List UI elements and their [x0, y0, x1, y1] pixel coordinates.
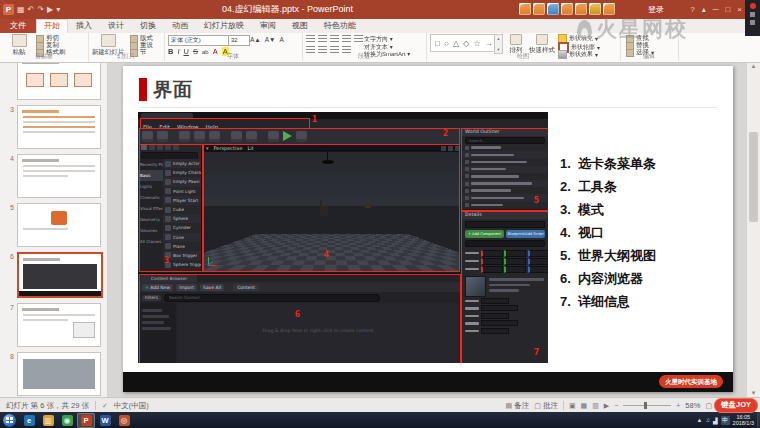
volume-icon[interactable]: ♫ — [705, 417, 710, 423]
capture-addon-icon[interactable] — [533, 3, 545, 15]
ue-place-item-cone[interactable]: Cone — [163, 233, 201, 242]
ue-category-cinematic[interactable]: Cinematic — [138, 192, 163, 203]
slide-thumbnail-image[interactable] — [17, 105, 101, 149]
filters-button[interactable]: Filters — [142, 295, 161, 301]
ue-place-item-sphere[interactable]: Sphere — [163, 214, 201, 223]
axis-value-z[interactable] — [528, 250, 549, 257]
viewport-icon[interactable] — [448, 146, 453, 151]
media-player-icon[interactable]: ◉ — [58, 413, 76, 428]
ue-viewport[interactable]: ▾PerspectiveLit — [202, 144, 460, 271]
app-icon[interactable]: P — [3, 4, 14, 15]
viewport-lit[interactable]: Lit — [247, 145, 253, 151]
capture-addon-icon[interactable] — [575, 3, 587, 15]
restore-icon[interactable]: □ — [725, 5, 730, 14]
axis-value-y[interactable] — [504, 250, 526, 257]
zoom-in-icon[interactable]: + — [676, 402, 680, 409]
ue-place-item-player-start[interactable]: Player Start — [163, 196, 201, 205]
slide-sorter-icon[interactable]: ▦ — [581, 402, 588, 410]
ue-place-item-plane[interactable]: Plane — [163, 242, 201, 251]
word-icon[interactable]: W — [96, 413, 114, 428]
outliner-row[interactable] — [462, 158, 548, 165]
slide-thumbnail-7[interactable]: 7 — [2, 303, 103, 347]
add-script-button[interactable]: Blueprint/Add Script — [506, 230, 545, 238]
slide-thumbnail-image[interactable] — [17, 352, 101, 396]
outliner-row[interactable] — [462, 166, 548, 173]
save-all-button[interactable]: Save All — [200, 284, 224, 291]
ue-toolbar-marketplace[interactable] — [194, 131, 205, 142]
ribbon-display-icon[interactable]: ▴ — [702, 5, 706, 14]
zoom-percent[interactable]: 58% — [685, 401, 700, 410]
vertical-scrollbar[interactable]: ▲ ▼ — [746, 62, 760, 397]
slideshow-icon[interactable]: ▶ — [47, 0, 53, 19]
slide-thumbnail-4[interactable]: 4 — [2, 154, 103, 198]
folder-icon[interactable]: ▥ — [39, 413, 57, 428]
slide-thumbnail-3[interactable]: 3 — [2, 105, 103, 149]
paint-mode-icon[interactable] — [149, 145, 155, 150]
slide-thumbnail-image[interactable] — [17, 154, 101, 198]
asset-area[interactable]: Drag & drop here or right click to creat… — [177, 303, 459, 363]
ue-toolbar-content[interactable] — [179, 131, 190, 142]
pause-icon[interactable] — [750, 20, 755, 25]
ue-category-all-classes[interactable]: All Classes — [138, 236, 163, 247]
ribbon-tab-tab6[interactable]: 审阅 — [252, 19, 284, 33]
ue-place-item-empty-pawn[interactable]: Empty Pawn — [163, 177, 201, 186]
outliner-search-input[interactable]: Search... — [465, 137, 545, 144]
ue-category-recently-placed[interactable]: Recently Placed — [138, 159, 163, 170]
ue-toolbar-build[interactable] — [268, 131, 279, 142]
ie-icon[interactable]: e — [20, 413, 38, 428]
ue-place-item-point-light[interactable]: Point Light — [163, 187, 201, 196]
axis-value-z[interactable] — [528, 258, 549, 265]
capture-addon-icon[interactable] — [519, 3, 531, 15]
qat-menu-icon[interactable]: ▾ — [56, 0, 60, 19]
outliner-row[interactable] — [462, 151, 548, 158]
ribbon-tab-tab0[interactable]: 开始 — [36, 19, 68, 33]
add-component-button[interactable]: + Add Component — [465, 230, 504, 238]
font-size-select[interactable]: 32 — [228, 35, 250, 46]
viewport-perspective[interactable]: Perspective — [214, 145, 243, 151]
slide[interactable]: 界面 FileEditWindowHelp Recently PlacedBas… — [123, 66, 733, 392]
mesh-thumbnail[interactable] — [465, 276, 486, 297]
ue-toolbar-source-control[interactable] — [157, 131, 168, 142]
ribbon-tab-tab7[interactable]: 视图 — [284, 19, 316, 33]
ue-place-item-cube[interactable]: Cube — [163, 205, 201, 214]
details-search-input[interactable] — [465, 240, 545, 247]
axis-value-y[interactable] — [504, 266, 526, 273]
axis-value-x[interactable] — [481, 250, 503, 257]
slide-thumbnail-image[interactable] — [17, 62, 101, 100]
content-browser-tab[interactable]: Content Browser — [141, 275, 197, 282]
capture-addon-icon[interactable] — [547, 3, 559, 15]
notes-button[interactable]: ▤ 备注 — [505, 401, 529, 411]
ue-toolbar-cinematics[interactable] — [246, 131, 257, 142]
capture-addon-icon[interactable] — [561, 3, 573, 15]
import-button[interactable]: Import — [176, 284, 197, 291]
help-icon[interactable]: ? — [690, 5, 694, 14]
landscape-mode-icon[interactable] — [157, 145, 163, 150]
ue-toolbar-launch[interactable] — [296, 131, 307, 142]
network-icon[interactable]: ▟ — [713, 417, 718, 424]
slide-thumbnail-5[interactable]: 5 — [2, 203, 103, 247]
ribbon-tab-tab5[interactable]: 幻灯片放映 — [196, 19, 252, 33]
axis-value-z[interactable] — [528, 266, 549, 273]
slide-thumbnail-image[interactable] — [17, 303, 101, 347]
outliner-row[interactable] — [462, 173, 548, 180]
outliner-row[interactable] — [462, 180, 548, 187]
axis-value-x[interactable] — [481, 258, 503, 265]
ribbon-tab-tab3[interactable]: 切换 — [132, 19, 164, 33]
hidden-icons-icon[interactable]: ▲ — [697, 417, 703, 423]
fit-to-window-icon[interactable]: ▢ — [705, 402, 712, 410]
zoom-out-icon[interactable]: − — [614, 402, 618, 409]
ue-category-volumes[interactable]: Volumes — [138, 225, 163, 236]
axis-value-y[interactable] — [504, 258, 526, 265]
ribbon-tab-tab2[interactable]: 设计 — [100, 19, 132, 33]
redo-icon[interactable]: ↷ — [37, 0, 44, 19]
outliner-row[interactable] — [462, 144, 548, 151]
ue-category-lights[interactable]: Lights — [138, 181, 163, 192]
language-indicator[interactable]: 中文(中国) — [114, 401, 149, 411]
slide-thumbnail-2[interactable]: 2 — [2, 62, 103, 100]
close-icon[interactable]: × — [737, 5, 742, 14]
zoom-slider[interactable] — [623, 405, 671, 406]
reading-view-icon[interactable]: ▥ — [592, 402, 599, 410]
ue-toolbar-blueprints[interactable] — [231, 131, 242, 142]
outliner-row[interactable] — [462, 187, 548, 194]
content-search-input[interactable]: Search Content — [164, 294, 380, 302]
